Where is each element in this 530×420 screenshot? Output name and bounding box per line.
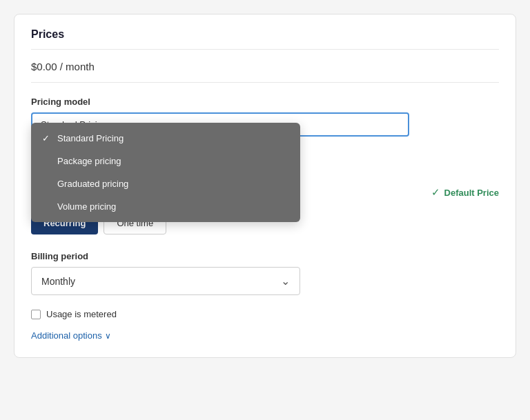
dropdown-item-volume-label: Volume pricing [57, 201, 116, 212]
right-column: ✓ Default Price [431, 97, 499, 199]
default-price-label: Default Price [444, 188, 499, 198]
additional-options-label: Additional options [31, 330, 102, 341]
dropdown-item-package-label: Package pricing [57, 156, 121, 166]
usage-row: Usage is metered [31, 309, 409, 319]
additional-options[interactable]: Additional options ∨ [31, 330, 409, 341]
prices-card: Prices $0.00 / month Pricing model Stand… [14, 14, 516, 358]
dropdown-item-volume[interactable]: Volume pricing [31, 195, 300, 218]
dropdown-item-graduated[interactable]: Graduated pricing [31, 172, 300, 195]
billing-period-label: Billing period [31, 251, 409, 261]
pricing-model-menu: ✓ Standard Pricing Package pricing Gradu… [31, 123, 300, 222]
billing-period-section: Billing period Monthly ⌄ [31, 251, 409, 295]
default-price-check-icon: ✓ [431, 186, 440, 199]
pricing-model-container: Pricing model Standard Pricing ✓ Standar… [31, 97, 409, 137]
left-column: Pricing model Standard Pricing ✓ Standar… [31, 97, 409, 341]
billing-period-select[interactable]: Monthly ⌄ [31, 267, 300, 295]
price-summary: $0.00 / month [31, 61, 499, 83]
card-title: Prices [31, 28, 499, 50]
pricing-model-label: Pricing model [31, 97, 409, 107]
billing-period-selected: Monthly [41, 276, 75, 287]
usage-checkbox[interactable] [31, 310, 41, 319]
dropdown-item-standard-label: Standard Pricing [57, 133, 124, 143]
content-row: Pricing model Standard Pricing ✓ Standar… [31, 97, 499, 341]
chevron-down-icon: ⌄ [281, 274, 290, 288]
dropdown-item-standard[interactable]: ✓ Standard Pricing [31, 127, 300, 150]
dropdown-item-package[interactable]: Package pricing [31, 150, 300, 172]
check-icon-standard: ✓ [42, 133, 52, 143]
additional-options-chevron: ∨ [105, 331, 111, 341]
dropdown-item-graduated-label: Graduated pricing [57, 179, 128, 189]
usage-label: Usage is metered [46, 309, 117, 319]
